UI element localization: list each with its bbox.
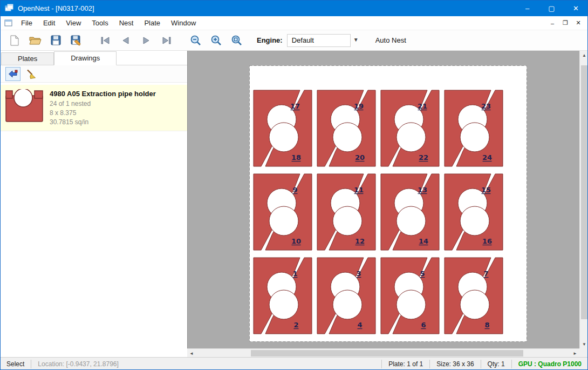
app-icon bbox=[5, 4, 13, 12]
scroll-left-icon[interactable]: ◄ bbox=[187, 349, 196, 358]
svg-text:20: 20 bbox=[355, 153, 365, 162]
auto-nest-button[interactable]: Auto Nest bbox=[371, 33, 411, 47]
scroll-up-icon[interactable]: ▲ bbox=[580, 51, 588, 59]
open-folder-icon bbox=[29, 36, 42, 45]
part-pair[interactable]: 2324 bbox=[445, 90, 503, 166]
part-pair[interactable]: 1718 bbox=[254, 90, 312, 166]
drawing-list-item[interactable]: 4980 A05 Extraction pipe holder 24 of 1 … bbox=[0, 85, 187, 131]
drawing-nested-count: 24 of 1 nested bbox=[50, 99, 156, 109]
svg-text:17: 17 bbox=[290, 102, 300, 110]
scroll-right-icon[interactable]: ► bbox=[571, 349, 579, 358]
open-button[interactable] bbox=[26, 32, 44, 49]
svg-text:7: 7 bbox=[483, 270, 488, 278]
status-bar: Select Location: [-0.9437, 21.8796] Plat… bbox=[0, 357, 588, 370]
save-floppy-icon bbox=[51, 35, 61, 45]
zoom-in-button[interactable] bbox=[207, 32, 225, 49]
svg-text:16: 16 bbox=[482, 237, 492, 245]
horizontal-scrollbar[interactable]: ◄ ► bbox=[187, 348, 579, 357]
broom-icon bbox=[26, 69, 37, 79]
window-title: OpenNest - [N0317-002] bbox=[18, 4, 94, 12]
svg-text:11: 11 bbox=[354, 186, 364, 194]
nav-next-icon bbox=[142, 37, 151, 44]
status-plate: Plate: 1 of 1 bbox=[381, 360, 429, 368]
svg-text:8: 8 bbox=[484, 321, 489, 329]
save-as-icon bbox=[71, 35, 82, 46]
menu-item-plate[interactable]: Plate bbox=[139, 17, 166, 29]
part-pair[interactable]: 1516 bbox=[445, 174, 503, 250]
document-icon[interactable] bbox=[4, 19, 12, 27]
plate-sheet[interactable]: 171819202122232491011121314151612345678 bbox=[249, 65, 527, 342]
svg-text:10: 10 bbox=[291, 237, 301, 245]
part-pair[interactable]: 910 bbox=[254, 174, 312, 250]
return-to-plates-button[interactable] bbox=[5, 67, 20, 81]
nav-first-button[interactable] bbox=[96, 32, 114, 49]
main-toolbar: Engine: Default ▼ Auto Nest bbox=[0, 30, 588, 51]
svg-text:23: 23 bbox=[481, 102, 491, 110]
part-pair[interactable]: 2122 bbox=[381, 90, 439, 166]
menu-item-edit[interactable]: Edit bbox=[38, 17, 60, 29]
drawings-toolbar bbox=[0, 65, 187, 83]
nav-prev-icon bbox=[121, 37, 130, 44]
mdi-close-button[interactable]: ✕ bbox=[572, 17, 585, 29]
chevron-down-icon[interactable]: ▼ bbox=[353, 37, 359, 43]
scroll-down-icon[interactable]: ▼ bbox=[580, 340, 588, 348]
side-panel: Plates Drawings bbox=[0, 51, 187, 357]
minimize-button[interactable]: – bbox=[515, 0, 539, 16]
clean-button[interactable] bbox=[24, 67, 39, 81]
status-location: Location: [-0.9437, 21.8796] bbox=[31, 360, 125, 368]
nest-canvas[interactable]: 171819202122232491011121314151612345678 bbox=[187, 51, 579, 348]
menu-item-tools[interactable]: Tools bbox=[86, 17, 113, 29]
save-as-button[interactable] bbox=[67, 32, 85, 49]
svg-text:12: 12 bbox=[355, 237, 365, 245]
menu-item-view[interactable]: View bbox=[60, 17, 86, 29]
tab-drawings[interactable]: Drawings bbox=[54, 51, 117, 65]
mdi-minimize-button[interactable]: – bbox=[546, 17, 559, 29]
close-button[interactable]: ✕ bbox=[564, 0, 588, 16]
svg-text:14: 14 bbox=[419, 237, 428, 245]
drawing-area: 30.7815 sq/in bbox=[50, 118, 156, 127]
plate-drawing: 171819202122232491011121314151612345678 bbox=[249, 65, 527, 342]
part-pair[interactable]: 56 bbox=[381, 258, 439, 334]
nav-last-button[interactable] bbox=[158, 32, 176, 49]
part-pair[interactable]: 34 bbox=[317, 258, 375, 334]
mdi-restore-button[interactable]: ❐ bbox=[559, 17, 572, 29]
menu-item-file[interactable]: File bbox=[16, 17, 38, 29]
svg-text:24: 24 bbox=[482, 153, 492, 162]
horizontal-scroll-thumb[interactable] bbox=[251, 350, 523, 356]
part-thumbnail bbox=[0, 89, 50, 127]
nav-first-icon bbox=[100, 37, 110, 44]
svg-text:13: 13 bbox=[418, 186, 427, 194]
svg-text:4: 4 bbox=[357, 321, 362, 329]
vertical-scrollbar[interactable]: ▲ ▼ bbox=[579, 51, 588, 348]
status-gpu: GPU : Quadro P1000 bbox=[511, 360, 588, 368]
maximize-button[interactable]: ▢ bbox=[539, 0, 564, 16]
part-pair[interactable]: 1112 bbox=[317, 174, 375, 250]
menu-item-nest[interactable]: Nest bbox=[114, 17, 139, 29]
menu-bar: File Edit View Tools Nest Plate Window –… bbox=[0, 16, 588, 30]
svg-text:5: 5 bbox=[420, 270, 425, 278]
nav-prev-button[interactable] bbox=[117, 32, 135, 49]
svg-text:2: 2 bbox=[293, 321, 298, 329]
part-pair[interactable]: 78 bbox=[445, 258, 503, 334]
new-button[interactable] bbox=[5, 32, 24, 49]
zoom-fit-icon bbox=[231, 35, 243, 46]
save-button[interactable] bbox=[46, 32, 65, 49]
part-pair[interactable]: 1920 bbox=[317, 90, 375, 166]
svg-text:19: 19 bbox=[354, 102, 364, 110]
engine-label: Engine: bbox=[257, 36, 283, 44]
engine-selected-value: Default bbox=[292, 36, 314, 44]
vertical-scroll-thumb[interactable] bbox=[581, 65, 587, 319]
panel-tabs: Plates Drawings bbox=[0, 51, 187, 65]
part-pair[interactable]: 1314 bbox=[381, 174, 439, 250]
status-size: Size: 36 x 36 bbox=[429, 360, 480, 368]
zoom-out-button[interactable] bbox=[187, 32, 205, 49]
nav-next-button[interactable] bbox=[137, 32, 155, 49]
tab-plates[interactable]: Plates bbox=[1, 52, 54, 65]
zoom-in-icon bbox=[210, 35, 222, 46]
status-mode: Select bbox=[0, 360, 31, 368]
engine-select[interactable]: Default ▼ bbox=[287, 34, 351, 47]
part-pair[interactable]: 12 bbox=[254, 258, 312, 334]
menu-item-window[interactable]: Window bbox=[166, 17, 201, 29]
zoom-fit-button[interactable] bbox=[228, 32, 246, 49]
title-bar: OpenNest - [N0317-002] – ▢ ✕ bbox=[0, 0, 588, 16]
